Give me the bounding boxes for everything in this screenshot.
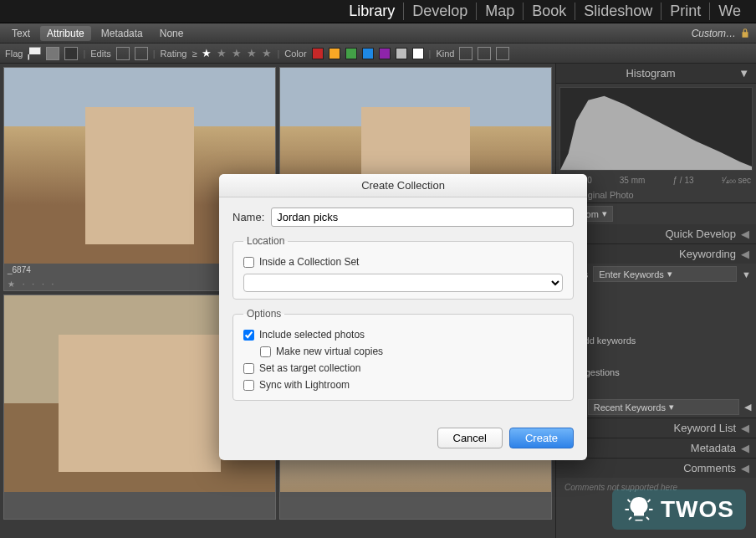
histogram-header[interactable]: Histogram — [626, 67, 675, 79]
color-purple[interactable] — [379, 48, 391, 59]
flag-picked-icon[interactable] — [28, 47, 41, 60]
lightbulb-icon — [624, 494, 654, 525]
sync-lightroom-label: Sync with Lightroom — [259, 379, 350, 391]
color-red[interactable] — [312, 48, 324, 59]
color-green[interactable] — [345, 48, 357, 59]
kind-video-icon[interactable] — [496, 47, 509, 60]
collection-name-input[interactable] — [271, 208, 574, 227]
flag-label: Flag — [5, 49, 23, 59]
target-collection-label: Set as target collection — [259, 362, 360, 374]
keyword-tags-mode-dropdown[interactable]: Enter Keywords ▾ — [593, 266, 737, 282]
comments-header[interactable]: Comments — [683, 462, 736, 474]
location-fieldset: Location Inside a Collection Set — [232, 235, 574, 300]
name-label: Name: — [232, 211, 264, 223]
filter-metadata[interactable]: Metadata — [94, 26, 150, 41]
histo-aperture: ƒ / 13 — [672, 176, 693, 185]
kind-master-icon[interactable] — [459, 47, 472, 60]
cell-filename: _6874 — [8, 265, 31, 274]
edits-edited-icon[interactable] — [116, 47, 130, 60]
filter-attribute[interactable]: Attribute — [40, 26, 91, 41]
color-label: Color — [284, 49, 306, 59]
histogram-display — [559, 87, 753, 171]
histo-focal: 35 mm — [620, 176, 646, 185]
create-button[interactable]: Create — [509, 428, 574, 448]
rating-label: Rating — [161, 49, 187, 59]
module-tab-develop[interactable]: Develop — [404, 3, 477, 20]
module-tab-web[interactable]: We — [710, 3, 749, 20]
watermark-text: TWOS — [661, 496, 734, 523]
chevron-left-icon[interactable]: ◀ — [741, 228, 749, 240]
color-none[interactable] — [396, 48, 407, 59]
chevron-left-icon[interactable]: ◀ — [741, 248, 749, 260]
attribute-filter-bar: Flag | Edits | Rating ≥ ★ ★ ★ ★ ★ | Colo… — [0, 44, 756, 64]
module-tab-map[interactable]: Map — [477, 3, 524, 20]
cancel-button[interactable]: Cancel — [437, 428, 503, 448]
inside-collection-set-label: Inside a Collection Set — [259, 256, 359, 268]
color-custom[interactable] — [412, 48, 424, 59]
rating-star-4[interactable]: ★ — [247, 47, 257, 59]
include-selected-label: Include selected photos — [259, 329, 365, 341]
cell-rating[interactable]: ★ · · · · — [8, 279, 56, 289]
rating-operator[interactable]: ≥ — [192, 49, 197, 59]
rating-star-5[interactable]: ★ — [262, 47, 272, 59]
edits-unedited-icon[interactable] — [135, 47, 148, 60]
chevron-down-icon: ▾ — [669, 402, 674, 412]
keywording-header[interactable]: Keywording — [679, 248, 736, 260]
metadata-header[interactable]: Metadata — [691, 442, 736, 454]
filter-none[interactable]: None — [153, 26, 191, 41]
location-legend: Location — [243, 235, 288, 247]
filter-preset-dropdown[interactable]: Custom… — [692, 28, 736, 39]
target-collection-checkbox[interactable] — [243, 363, 254, 374]
color-blue[interactable] — [362, 48, 374, 59]
sync-lightroom-checkbox[interactable] — [243, 380, 254, 391]
keyword-list-header[interactable]: Keyword List — [674, 422, 736, 434]
virtual-copies-label: Make new virtual copies — [276, 346, 383, 357]
module-tab-slideshow[interactable]: Slideshow — [575, 3, 662, 20]
module-picker-bar: Library Develop Map Book Slideshow Print… — [0, 0, 756, 23]
histo-shutter: ¹⁄₄₀₀ sec — [722, 176, 751, 185]
rating-star-1[interactable]: ★ — [202, 47, 212, 59]
flag-unflagged-icon[interactable] — [46, 47, 59, 60]
create-collection-dialog: Create Collection Name: Location Inside … — [219, 174, 587, 460]
keyword-set-dropdown[interactable]: Recent Keywords ▾ — [588, 399, 739, 415]
kind-virtual-icon[interactable] — [478, 47, 491, 60]
chevron-left-icon[interactable]: ◀ — [741, 422, 749, 434]
flag-rejected-icon[interactable] — [64, 47, 78, 60]
rating-star-2[interactable]: ★ — [217, 47, 227, 59]
chevron-down-icon[interactable]: ▼ — [742, 269, 751, 279]
quick-develop-header[interactable]: Quick Develop — [665, 228, 736, 240]
chevron-left-icon[interactable]: ◀ — [741, 442, 749, 454]
chevron-down-icon: ▾ — [667, 269, 672, 279]
rating-star-3[interactable]: ★ — [232, 47, 242, 59]
module-tab-library[interactable]: Library — [340, 3, 404, 20]
library-filter-bar: Text Attribute Metadata None Custom… — [0, 23, 756, 44]
virtual-copies-checkbox[interactable] — [260, 346, 271, 357]
watermark: TWOS — [612, 489, 746, 530]
module-tab-book[interactable]: Book — [524, 3, 575, 20]
options-fieldset: Options Include selected photos Make new… — [232, 308, 574, 401]
collection-set-select[interactable] — [243, 274, 563, 292]
chevron-left-icon[interactable]: ◀ — [744, 402, 751, 412]
lock-icon[interactable] — [739, 28, 751, 39]
color-yellow[interactable] — [329, 48, 340, 59]
chevron-down-icon[interactable]: ▼ — [738, 67, 749, 79]
include-selected-checkbox[interactable] — [243, 330, 254, 341]
module-tab-print[interactable]: Print — [662, 3, 710, 20]
dialog-title: Create Collection — [219, 174, 587, 197]
inside-collection-set-checkbox[interactable] — [243, 257, 254, 268]
chevron-down-icon: ▾ — [602, 208, 607, 219]
chevron-left-icon[interactable]: ◀ — [741, 462, 749, 474]
filter-text[interactable]: Text — [5, 26, 37, 41]
kind-label: Kind — [436, 49, 454, 59]
edits-label: Edits — [90, 49, 110, 59]
options-legend: Options — [243, 308, 284, 320]
